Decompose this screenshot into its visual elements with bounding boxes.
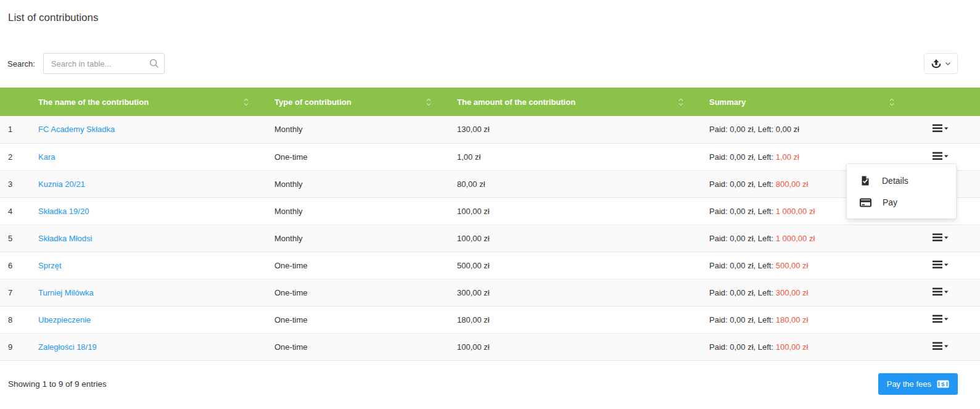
sort-icon[interactable]	[889, 97, 894, 107]
sort-icon[interactable]	[426, 97, 431, 107]
summary-left-value: 180,00 zł	[776, 315, 809, 324]
search-group: Search:	[7, 53, 165, 74]
contribution-amount-cell: 130,00 zł	[457, 116, 709, 143]
summary-left-value: 300,00 zł	[776, 288, 809, 297]
row-index-cell: 7	[0, 279, 38, 306]
hamburger-caret-icon	[933, 233, 949, 242]
table-row: 9Zaległości 18/19One-time100,00 złPaid: …	[0, 333, 980, 360]
row-actions-button[interactable]	[933, 260, 949, 270]
summary-left-value: 1 000,00 zł	[776, 207, 815, 216]
row-actions-button[interactable]	[933, 233, 949, 242]
actions-cell	[933, 252, 980, 279]
chevron-down-icon	[945, 62, 951, 66]
export-icon	[931, 59, 942, 69]
table-row: 7Turniej MilówkaOne-time300,00 złPaid: 0…	[0, 279, 980, 306]
summary-cell: Paid: 0,00 zł, Left: 0,00 zł	[709, 116, 933, 143]
contribution-link[interactable]: Składka Młodsi	[38, 234, 92, 243]
contribution-type-cell: One-time	[274, 306, 457, 333]
actions-cell	[933, 225, 980, 252]
summary-paid-value: 0,00 zł	[730, 288, 753, 297]
column-header-label: The name of the contribution	[38, 97, 149, 107]
contribution-type-cell: One-time	[274, 143, 457, 170]
summary-left-label: , Left:	[754, 288, 776, 297]
column-header-index	[0, 88, 38, 116]
contribution-link[interactable]: FC Academy Składka	[38, 125, 115, 134]
summary-cell: Paid: 0,00 zł, Left: 500,00 zł	[709, 252, 933, 279]
summary-paid-label: Paid:	[709, 207, 730, 216]
export-button[interactable]	[924, 53, 958, 74]
contribution-link[interactable]: Zaległości 18/19	[38, 342, 97, 352]
summary-left-value: 800,00 zł	[776, 180, 809, 189]
search-label: Search:	[7, 59, 35, 68]
contribution-link[interactable]: Składka 19/20	[38, 207, 89, 216]
contribution-type-cell: Monthly	[274, 225, 457, 252]
contribution-type-cell: Monthly	[274, 197, 457, 225]
row-index-cell: 2	[0, 143, 38, 170]
table-row: 2KaraOne-time1,00 złPaid: 0,00 zł, Left:…	[0, 143, 980, 170]
summary-left-label: , Left:	[754, 125, 776, 134]
summary-left-label: , Left:	[754, 207, 776, 216]
contribution-type-cell: One-time	[274, 252, 457, 279]
contribution-name-cell: Składka 19/20	[38, 197, 274, 225]
contributions-page: List of contributions Search:	[0, 0, 980, 409]
column-header-type[interactable]: Type of contribution	[274, 88, 457, 116]
actions-cell	[933, 279, 980, 306]
row-actions-button[interactable]	[933, 314, 949, 324]
row-actions-button[interactable]	[933, 123, 949, 133]
summary-left-value: 1,00 zł	[776, 152, 799, 162]
hamburger-caret-icon	[933, 341, 949, 351]
contribution-type-cell: Monthly	[274, 116, 457, 143]
summary-paid-label: Paid:	[709, 180, 730, 189]
summary-paid-value: 0,00 zł	[730, 234, 753, 243]
sort-icon[interactable]	[244, 97, 249, 107]
table-row: 5Składka MłodsiMonthly100,00 złPaid: 0,0…	[0, 225, 980, 252]
summary-paid-label: Paid:	[709, 261, 730, 270]
pay-the-fees-button[interactable]: Pay the fees $	[878, 373, 958, 395]
sort-icon[interactable]	[678, 97, 683, 107]
contribution-type-cell: Monthly	[274, 170, 457, 197]
menu-item-details[interactable]: Details	[847, 170, 956, 192]
contribution-amount-cell: 100,00 zł	[457, 333, 709, 360]
entries-info: Showing 1 to 9 of 9 entries	[8, 379, 107, 389]
summary-paid-value: 0,00 zł	[730, 315, 753, 324]
contribution-link[interactable]: Sprzęt	[38, 261, 62, 270]
page-title: List of contributions	[8, 12, 98, 24]
document-check-icon	[860, 175, 871, 186]
column-header-label: Type of contribution	[274, 97, 352, 107]
contribution-link[interactable]: Turniej Milówka	[38, 288, 94, 297]
contribution-link[interactable]: Ubezpieczenie	[38, 315, 91, 324]
contribution-name-cell: Kara	[38, 143, 274, 170]
contribution-type-cell: One-time	[274, 333, 457, 360]
summary-left-value: 1 000,00 zł	[776, 234, 815, 243]
row-index-cell: 4	[0, 197, 38, 225]
column-header-name[interactable]: The name of the contribution	[38, 88, 274, 116]
contribution-link[interactable]: Kuznia 20/21	[38, 180, 85, 189]
banknote-icon: $	[937, 380, 949, 388]
contribution-link[interactable]: Kara	[38, 152, 55, 162]
row-index-cell: 3	[0, 170, 38, 197]
summary-paid-label: Paid:	[709, 125, 730, 134]
contribution-name-cell: Kuznia 20/21	[38, 170, 274, 197]
summary-left-value: 500,00 zł	[776, 261, 809, 270]
summary-left-label: , Left:	[754, 180, 776, 189]
contribution-amount-cell: 100,00 zł	[457, 225, 709, 252]
contribution-name-cell: Zaległości 18/19	[38, 333, 274, 360]
search-input[interactable]	[43, 53, 165, 74]
summary-cell: Paid: 0,00 zł, Left: 180,00 zł	[709, 306, 933, 333]
row-actions-menu: Details Pay	[846, 163, 957, 219]
menu-item-pay[interactable]: Pay	[847, 192, 956, 213]
contribution-name-cell: Składka Młodsi	[38, 225, 274, 252]
row-actions-button[interactable]	[933, 151, 949, 161]
summary-left-label: , Left:	[754, 152, 776, 162]
actions-cell	[933, 306, 980, 333]
contribution-name-cell: Sprzęt	[38, 252, 274, 279]
table-row: 1FC Academy SkładkaMonthly130,00 złPaid:…	[0, 116, 980, 143]
contribution-amount-cell: 300,00 zł	[457, 279, 709, 306]
table-header: The name of the contribution Type of con…	[0, 88, 980, 116]
column-header-summary[interactable]: Summary	[709, 88, 933, 116]
row-actions-button[interactable]	[933, 287, 949, 297]
menu-item-label: Pay	[883, 197, 897, 207]
summary-left-label: , Left:	[754, 261, 776, 270]
row-actions-button[interactable]	[933, 341, 949, 351]
column-header-amount[interactable]: The amount of the contribution	[457, 88, 709, 116]
